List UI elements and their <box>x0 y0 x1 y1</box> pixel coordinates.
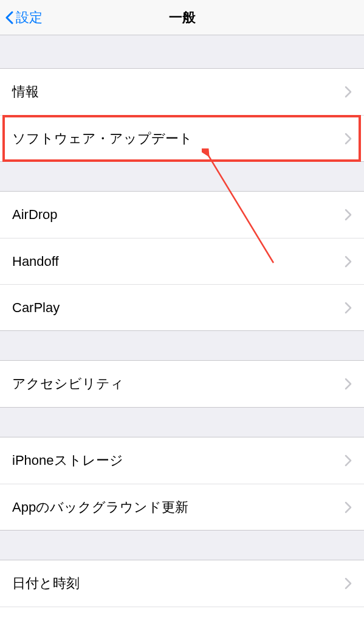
list-item-software-update[interactable]: ソフトウェア・アップデート <box>0 115 364 161</box>
list-item-iphone-storage[interactable]: iPhoneストレージ <box>0 437 364 484</box>
list-item-label: Appのバックグラウンド更新 <box>12 498 188 517</box>
list-item-about[interactable]: 情報 <box>0 69 364 115</box>
list-group-storage: iPhoneストレージ Appのバックグラウンド更新 <box>0 437 364 531</box>
chevron-right-icon <box>345 302 352 314</box>
navigation-bar: 設定 一般 <box>0 0 364 35</box>
list-item-label: AirDrop <box>12 207 58 223</box>
list-item-airdrop[interactable]: AirDrop <box>0 192 364 238</box>
chevron-right-icon <box>345 501 352 513</box>
section-spacer <box>0 331 364 360</box>
page-title: 一般 <box>169 9 196 27</box>
section-spacer <box>0 35 364 68</box>
list-item-keyboard[interactable]: キーボード <box>0 607 364 623</box>
section-spacer <box>0 531 364 560</box>
chevron-right-icon <box>345 209 352 221</box>
list-item-label: キーボード <box>12 621 81 624</box>
back-button[interactable]: 設定 <box>5 9 43 27</box>
list-item-label: 情報 <box>12 83 39 101</box>
list-item-carplay[interactable]: CarPlay <box>0 284 364 330</box>
chevron-right-icon <box>345 86 352 98</box>
list-item-date-time[interactable]: 日付と時刻 <box>0 560 364 607</box>
section-spacer <box>0 162 364 191</box>
list-group-accessibility: アクセシビリティ <box>0 360 364 408</box>
list-item-label: CarPlay <box>12 300 60 316</box>
chevron-right-icon <box>345 378 352 390</box>
list-item-label: ソフトウェア・アップデート <box>12 130 193 148</box>
chevron-right-icon <box>345 577 352 590</box>
chevron-left-icon <box>5 11 13 24</box>
chevron-right-icon <box>345 454 352 467</box>
chevron-right-icon <box>345 256 352 268</box>
list-group-about: 情報 ソフトウェア・アップデート <box>0 68 364 162</box>
list-item-label: Handoff <box>12 254 59 270</box>
list-item-label: 日付と時刻 <box>12 574 80 593</box>
chevron-right-icon <box>345 133 352 145</box>
list-item-accessibility[interactable]: アクセシビリティ <box>0 361 364 407</box>
list-item-handoff[interactable]: Handoff <box>0 238 364 284</box>
list-group-connectivity: AirDrop Handoff CarPlay <box>0 191 364 331</box>
back-label: 設定 <box>16 9 43 27</box>
section-spacer <box>0 408 364 437</box>
list-group-datetime: 日付と時刻 キーボード <box>0 560 364 623</box>
list-item-label: アクセシビリティ <box>12 375 124 393</box>
list-item-background-refresh[interactable]: Appのバックグラウンド更新 <box>0 484 364 530</box>
list-item-label: iPhoneストレージ <box>12 451 123 470</box>
